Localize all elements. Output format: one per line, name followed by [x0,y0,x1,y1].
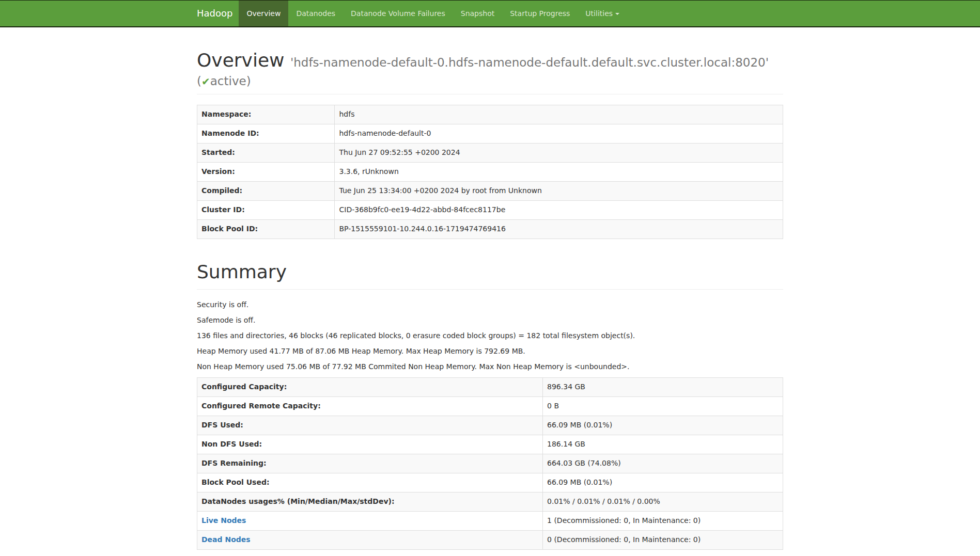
row-label: Non DFS Used: [197,435,543,454]
row-value: 186.14 GB [543,435,783,454]
row-label: Dead Nodes [197,530,543,549]
table-row: Namespace: hdfs [197,105,783,124]
row-value: 1 (Decommissioned: 0, In Maintenance: 0) [543,511,783,530]
heap-memory: Heap Memory used 41.77 MB of 87.06 MB He… [197,346,783,357]
table-row: Compiled: Tue Jun 25 13:34:00 +0200 2024… [197,181,783,200]
brand-hadoop[interactable]: Hadoop [197,1,239,26]
page-title: Overview 'hdfs-namenode-default-0.hdfs-n… [197,48,783,89]
namenode-info-table: Namespace: hdfs Namenode ID: hdfs-nameno… [197,105,783,239]
dead-nodes-link[interactable]: Dead Nodes [201,535,251,544]
summary-page-header: Summary [197,260,783,290]
table-row: Configured Remote Capacity: 0 B [197,397,783,416]
row-label: Cluster ID: [197,200,335,219]
row-value: 0 B [543,397,783,416]
table-row: DataNodes usages% (Min/Median/Max/stdDev… [197,492,783,511]
tab-startup-progress: Startup Progress [502,1,578,26]
tab-utilities: Utilities [578,1,627,26]
row-label: Compiled: [197,181,335,200]
namenode-state: (✔active) [197,73,783,89]
row-label: DFS Used: [197,416,543,435]
row-value: 66.09 MB (0.01%) [543,416,783,435]
navbar-container: Hadoop Overview Datanodes Datanode Volum… [189,1,791,26]
row-label: Namenode ID: [197,124,335,143]
table-row: Dead Nodes 0 (Decommissioned: 0, In Main… [197,530,783,549]
summary-title: Summary [197,260,783,285]
row-label: Version: [197,162,335,181]
row-label: DFS Remaining: [197,454,543,473]
table-row: Cluster ID: CID-368b9fc0-ee19-4d22-abbd-… [197,200,783,219]
tab-datanodes-link[interactable]: Datanodes [288,1,343,26]
row-value: hdfs [335,105,783,124]
state-label: active) [210,74,251,88]
tab-snapshot: Snapshot [453,1,502,26]
top-navbar: Hadoop Overview Datanodes Datanode Volum… [0,0,980,27]
row-label: Namespace: [197,105,335,124]
tab-startup-progress-link[interactable]: Startup Progress [502,1,578,26]
table-row: Namenode ID: hdfs-namenode-default-0 [197,124,783,143]
tab-overview-link[interactable]: Overview [239,1,288,26]
row-label: Block Pool Used: [197,473,543,492]
row-value: 0.01% / 0.01% / 0.01% / 0.00% [543,492,783,511]
tab-datanode-volume-failures: Datanode Volume Failures [343,1,453,26]
row-label: Live Nodes [197,511,543,530]
caret-down-icon [615,13,619,15]
row-value: hdfs-namenode-default-0 [335,124,783,143]
table-row: Configured Capacity: 896.34 GB [197,378,783,397]
security-status: Security is off. [197,300,783,310]
table-row: Non DFS Used: 186.14 GB [197,435,783,454]
main-nav: Overview Datanodes Datanode Volume Failu… [239,1,627,26]
table-row: Live Nodes 1 (Decommissioned: 0, In Main… [197,511,783,530]
overview-page-header: Overview 'hdfs-namenode-default-0.hdfs-n… [197,48,783,94]
row-label: Started: [197,143,335,162]
namenode-address: 'hdfs-namenode-default-0.hdfs-namenode-d… [290,56,769,69]
row-value: 66.09 MB (0.01%) [543,473,783,492]
tab-datanodes: Datanodes [288,1,343,26]
row-value: BP-1515559101-10.244.0.16-1719474769416 [335,219,783,239]
table-row: Version: 3.3.6, rUnknown [197,162,783,181]
utilities-dropdown-toggle[interactable]: Utilities [578,1,627,26]
row-value: CID-368b9fc0-ee19-4d22-abbd-84fcec8117be [335,200,783,219]
summary-table: Configured Capacity: 896.34 GB Configure… [197,377,783,550]
tab-datanode-volume-failures-link[interactable]: Datanode Volume Failures [343,1,453,26]
active-check-icon: ✔ [201,75,210,88]
utilities-dropdown-label: Utilities [585,9,613,18]
row-value: 896.34 GB [543,378,783,397]
filesystem-objects: 136 files and directories, 46 blocks (46… [197,331,783,341]
page-title-text: Overview [197,50,285,71]
row-label: Configured Capacity: [197,378,543,397]
row-value: Thu Jun 27 09:52:55 +0200 2024 [335,143,783,162]
tab-snapshot-link[interactable]: Snapshot [453,1,502,26]
summary-text: Security is off. Safemode is off. 136 fi… [197,300,783,372]
row-value: 3.3.6, rUnknown [335,162,783,181]
row-value: 664.03 GB (74.08%) [543,454,783,473]
row-value: Tue Jun 25 13:34:00 +0200 2024 by root f… [335,181,783,200]
main-content: Overview 'hdfs-namenode-default-0.hdfs-n… [189,48,791,550]
table-row: DFS Used: 66.09 MB (0.01%) [197,416,783,435]
tab-overview: Overview [239,1,288,26]
table-row: Started: Thu Jun 27 09:52:55 +0200 2024 [197,143,783,162]
non-heap-memory: Non Heap Memory used 75.06 MB of 77.92 M… [197,362,783,372]
state-open-paren: ( [197,74,201,88]
live-nodes-link[interactable]: Live Nodes [201,516,246,525]
row-value: 0 (Decommissioned: 0, In Maintenance: 0) [543,530,783,549]
safemode-status: Safemode is off. [197,315,783,326]
table-row: DFS Remaining: 664.03 GB (74.08%) [197,454,783,473]
table-row: Block Pool Used: 66.09 MB (0.01%) [197,473,783,492]
row-label: Configured Remote Capacity: [197,397,543,416]
row-label: Block Pool ID: [197,219,335,239]
row-label: DataNodes usages% (Min/Median/Max/stdDev… [197,492,543,511]
table-row: Block Pool ID: BP-1515559101-10.244.0.16… [197,219,783,239]
